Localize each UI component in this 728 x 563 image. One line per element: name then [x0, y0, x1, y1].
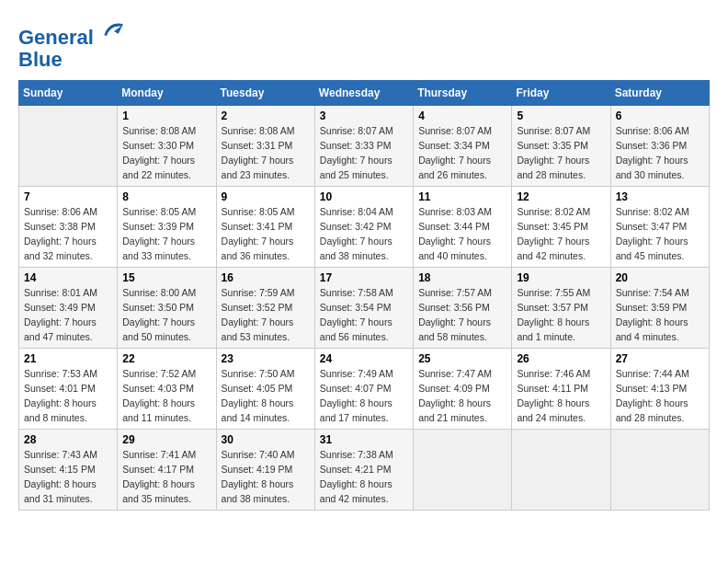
day-detail: Sunrise: 8:03 AMSunset: 3:44 PMDaylight:…: [418, 205, 506, 263]
day-number: 24: [320, 352, 408, 365]
calendar-cell: 18 Sunrise: 7:57 AMSunset: 3:56 PMDaylig…: [414, 268, 512, 349]
calendar-week-row: 1 Sunrise: 8:08 AMSunset: 3:30 PMDayligh…: [19, 106, 710, 187]
logo: General Blue: [18, 18, 127, 71]
calendar-header-row: SundayMondayTuesdayWednesdayThursdayFrid…: [19, 81, 710, 106]
day-detail: Sunrise: 7:58 AMSunset: 3:54 PMDaylight:…: [320, 286, 408, 344]
col-header-wednesday: Wednesday: [314, 81, 413, 106]
calendar-cell: [512, 430, 610, 511]
col-header-tuesday: Tuesday: [216, 81, 314, 106]
col-header-monday: Monday: [118, 81, 216, 106]
day-detail: Sunrise: 7:47 AMSunset: 4:09 PMDaylight:…: [418, 367, 506, 425]
col-header-thursday: Thursday: [414, 81, 512, 106]
day-number: 13: [616, 190, 704, 203]
day-number: 4: [418, 109, 506, 122]
calendar-cell: [610, 430, 709, 511]
day-detail: Sunrise: 7:50 AMSunset: 4:05 PMDaylight:…: [222, 367, 310, 425]
day-number: 27: [616, 352, 704, 365]
day-detail: Sunrise: 8:05 AMSunset: 3:41 PMDaylight:…: [222, 205, 310, 263]
day-detail: Sunrise: 7:40 AMSunset: 4:19 PMDaylight:…: [222, 448, 310, 506]
day-detail: Sunrise: 7:52 AMSunset: 4:03 PMDaylight:…: [122, 367, 210, 425]
day-number: 16: [222, 271, 310, 284]
day-number: 18: [418, 271, 506, 284]
calendar-cell: 21 Sunrise: 7:53 AMSunset: 4:01 PMDaylig…: [19, 349, 118, 430]
col-header-friday: Friday: [512, 81, 610, 106]
calendar-cell: 8 Sunrise: 8:05 AMSunset: 3:39 PMDayligh…: [118, 187, 216, 268]
day-detail: Sunrise: 8:06 AMSunset: 3:38 PMDaylight:…: [24, 205, 112, 263]
day-detail: Sunrise: 7:44 AMSunset: 4:13 PMDaylight:…: [616, 367, 704, 425]
day-detail: Sunrise: 8:07 AMSunset: 3:34 PMDaylight:…: [418, 124, 506, 182]
day-detail: Sunrise: 7:57 AMSunset: 3:56 PMDaylight:…: [418, 286, 506, 344]
day-number: 14: [24, 271, 112, 284]
calendar-cell: 24 Sunrise: 7:49 AMSunset: 4:07 PMDaylig…: [314, 349, 413, 430]
calendar-week-row: 7 Sunrise: 8:06 AMSunset: 3:38 PMDayligh…: [19, 187, 710, 268]
calendar-cell: 3 Sunrise: 8:07 AMSunset: 3:33 PMDayligh…: [314, 106, 413, 187]
day-number: 1: [122, 109, 210, 122]
day-detail: Sunrise: 7:53 AMSunset: 4:01 PMDaylight:…: [24, 367, 112, 425]
day-detail: Sunrise: 8:02 AMSunset: 3:47 PMDaylight:…: [616, 205, 704, 263]
day-detail: Sunrise: 7:55 AMSunset: 3:57 PMDaylight:…: [517, 286, 605, 344]
calendar-cell: [414, 430, 512, 511]
calendar-cell: 28 Sunrise: 7:43 AMSunset: 4:15 PMDaylig…: [19, 430, 118, 511]
day-detail: Sunrise: 7:38 AMSunset: 4:21 PMDaylight:…: [320, 448, 408, 506]
day-number: 10: [320, 190, 408, 203]
calendar-cell: 12 Sunrise: 8:02 AMSunset: 3:45 PMDaylig…: [512, 187, 610, 268]
day-number: 12: [517, 190, 605, 203]
day-detail: Sunrise: 8:07 AMSunset: 3:35 PMDaylight:…: [517, 124, 605, 182]
day-detail: Sunrise: 8:06 AMSunset: 3:36 PMDaylight:…: [616, 124, 704, 182]
day-number: 29: [122, 433, 210, 446]
day-number: 5: [517, 109, 605, 122]
day-number: 2: [222, 109, 310, 122]
calendar-cell: 26 Sunrise: 7:46 AMSunset: 4:11 PMDaylig…: [512, 349, 610, 430]
day-number: 15: [122, 271, 210, 284]
day-detail: Sunrise: 7:46 AMSunset: 4:11 PMDaylight:…: [517, 367, 605, 425]
calendar-cell: 16 Sunrise: 7:59 AMSunset: 3:52 PMDaylig…: [216, 268, 314, 349]
calendar-cell: 15 Sunrise: 8:00 AMSunset: 3:50 PMDaylig…: [118, 268, 216, 349]
day-number: 8: [122, 190, 210, 203]
day-number: 22: [122, 352, 210, 365]
calendar-cell: 22 Sunrise: 7:52 AMSunset: 4:03 PMDaylig…: [118, 349, 216, 430]
calendar-week-row: 28 Sunrise: 7:43 AMSunset: 4:15 PMDaylig…: [19, 430, 710, 511]
calendar-cell: 6 Sunrise: 8:06 AMSunset: 3:36 PMDayligh…: [610, 106, 709, 187]
calendar-cell: 10 Sunrise: 8:04 AMSunset: 3:42 PMDaylig…: [314, 187, 413, 268]
calendar-cell: 2 Sunrise: 8:08 AMSunset: 3:31 PMDayligh…: [216, 106, 314, 187]
day-detail: Sunrise: 8:08 AMSunset: 3:31 PMDaylight:…: [222, 124, 310, 182]
calendar-cell: 20 Sunrise: 7:54 AMSunset: 3:59 PMDaylig…: [610, 268, 709, 349]
day-number: 31: [320, 433, 408, 446]
calendar-cell: 23 Sunrise: 7:50 AMSunset: 4:05 PMDaylig…: [216, 349, 314, 430]
day-number: 25: [418, 352, 506, 365]
logo-general: General: [18, 26, 94, 49]
day-number: 11: [418, 190, 506, 203]
day-number: 6: [616, 109, 704, 122]
calendar-cell: 17 Sunrise: 7:58 AMSunset: 3:54 PMDaylig…: [314, 268, 413, 349]
day-number: 20: [616, 271, 704, 284]
day-detail: Sunrise: 7:43 AMSunset: 4:15 PMDaylight:…: [24, 448, 112, 506]
day-detail: Sunrise: 7:59 AMSunset: 3:52 PMDaylight:…: [222, 286, 310, 344]
col-header-saturday: Saturday: [610, 81, 709, 106]
calendar-cell: 14 Sunrise: 8:01 AMSunset: 3:49 PMDaylig…: [19, 268, 118, 349]
day-detail: Sunrise: 8:04 AMSunset: 3:42 PMDaylight:…: [320, 205, 408, 263]
calendar-cell: 30 Sunrise: 7:40 AMSunset: 4:19 PMDaylig…: [216, 430, 314, 511]
day-detail: Sunrise: 8:01 AMSunset: 3:49 PMDaylight:…: [24, 286, 112, 344]
calendar-week-row: 14 Sunrise: 8:01 AMSunset: 3:49 PMDaylig…: [19, 268, 710, 349]
day-number: 19: [517, 271, 605, 284]
calendar-cell: 29 Sunrise: 7:41 AMSunset: 4:17 PMDaylig…: [118, 430, 216, 511]
calendar-cell: 27 Sunrise: 7:44 AMSunset: 4:13 PMDaylig…: [610, 349, 709, 430]
calendar-cell: 11 Sunrise: 8:03 AMSunset: 3:44 PMDaylig…: [414, 187, 512, 268]
day-number: 21: [24, 352, 112, 365]
day-detail: Sunrise: 7:49 AMSunset: 4:07 PMDaylight:…: [320, 367, 408, 425]
day-number: 9: [222, 190, 310, 203]
calendar-table: SundayMondayTuesdayWednesdayThursdayFrid…: [18, 80, 710, 511]
day-number: 30: [222, 433, 310, 446]
calendar-cell: 1 Sunrise: 8:08 AMSunset: 3:30 PMDayligh…: [118, 106, 216, 187]
col-header-sunday: Sunday: [19, 81, 118, 106]
day-detail: Sunrise: 8:00 AMSunset: 3:50 PMDaylight:…: [122, 286, 210, 344]
day-number: 7: [24, 190, 112, 203]
day-detail: Sunrise: 8:02 AMSunset: 3:45 PMDaylight:…: [517, 205, 605, 263]
calendar-cell: 5 Sunrise: 8:07 AMSunset: 3:35 PMDayligh…: [512, 106, 610, 187]
calendar-cell: 31 Sunrise: 7:38 AMSunset: 4:21 PMDaylig…: [314, 430, 413, 511]
calendar-cell: 7 Sunrise: 8:06 AMSunset: 3:38 PMDayligh…: [19, 187, 118, 268]
day-detail: Sunrise: 7:41 AMSunset: 4:17 PMDaylight:…: [122, 448, 210, 506]
calendar-cell: 9 Sunrise: 8:05 AMSunset: 3:41 PMDayligh…: [216, 187, 314, 268]
day-number: 26: [517, 352, 605, 365]
logo-icon: [101, 18, 127, 44]
